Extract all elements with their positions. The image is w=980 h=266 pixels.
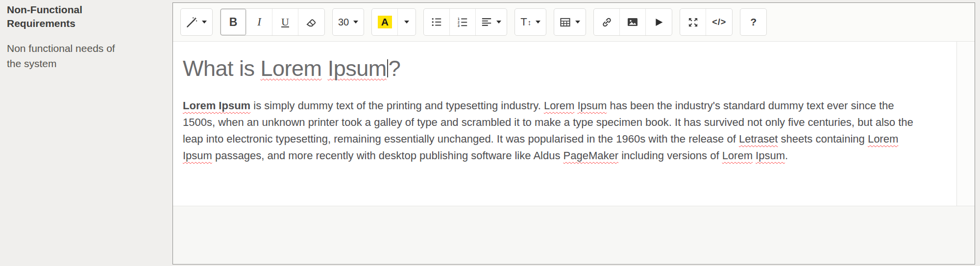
- table-grid-icon: [560, 17, 571, 28]
- chain-link-icon: [601, 17, 612, 28]
- expand-arrows-icon: [687, 17, 699, 28]
- chevron-down-icon: [202, 21, 207, 24]
- svg-text:2: 2: [458, 21, 460, 24]
- italic-button[interactable]: I: [246, 9, 272, 35]
- question-mark-icon: ?: [750, 16, 757, 28]
- text-segment: ?: [389, 56, 401, 81]
- vertical-scrollbar[interactable]: [956, 42, 975, 206]
- chevron-down-icon: [496, 21, 501, 24]
- insert-video-button[interactable]: [646, 9, 672, 35]
- text-segment: passages, and more recently with desktop…: [212, 149, 564, 162]
- text-segment: .: [785, 149, 788, 162]
- svg-text:1: 1: [458, 17, 460, 21]
- text-segment: Lorem: [544, 99, 574, 112]
- editor-statusbar-area: [173, 206, 975, 264]
- color-swatch-label: A: [378, 16, 392, 28]
- chevron-down-icon: [575, 21, 580, 24]
- color-dropdown-button[interactable]: [398, 9, 416, 35]
- text-segment: Lorem Ipsum: [183, 99, 250, 112]
- table-group: [554, 8, 586, 36]
- line-height-group: T↕: [514, 8, 546, 36]
- eraser-icon: [306, 17, 317, 28]
- alignment-button[interactable]: [476, 9, 507, 35]
- code-view-button[interactable]: </>: [706, 9, 732, 35]
- help-button[interactable]: ?: [740, 9, 766, 35]
- font-size-button[interactable]: 30: [333, 9, 364, 35]
- play-icon: [654, 17, 664, 27]
- text-segment: Ipsum: [756, 149, 785, 162]
- line-height-button[interactable]: T↕: [515, 9, 546, 35]
- list-ol-icon: 123: [457, 17, 468, 27]
- text-height-icon: T↕: [520, 16, 531, 28]
- view-group: </>: [680, 8, 733, 36]
- paragraph-style-button[interactable]: [181, 9, 212, 35]
- insert-image-button[interactable]: [620, 9, 646, 35]
- text-segment: PageMaker: [564, 149, 619, 162]
- editor-content-area[interactable]: What is Lorem Ipsum? Lorem Ipsum is simp…: [173, 42, 975, 206]
- text-segment: What is: [183, 56, 261, 81]
- text-segment: Ipsum: [577, 99, 607, 112]
- ordered-list-button[interactable]: 123: [450, 9, 476, 35]
- style-group: [180, 8, 213, 36]
- field-description: Non functional needs of the system: [7, 41, 129, 71]
- unordered-list-button[interactable]: [424, 9, 450, 35]
- color-group: A: [371, 8, 416, 36]
- align-left-icon: [481, 17, 492, 27]
- text-segment: sheets containing: [778, 133, 867, 145]
- text-segment: Ipsum: [328, 56, 387, 81]
- insert-link-button[interactable]: [594, 9, 620, 35]
- text-segment: including versions of: [618, 149, 722, 162]
- list-ul-icon: [431, 17, 442, 27]
- font-style-group: B I U: [220, 8, 325, 36]
- text-segment: is simply dummy text of the printing and…: [250, 99, 544, 112]
- bold-button[interactable]: B: [220, 9, 246, 35]
- svg-text:3: 3: [458, 24, 460, 27]
- document-paragraph: Lorem Ipsum is simply dummy text of the …: [183, 97, 920, 164]
- text-segment: Lorem: [722, 149, 753, 162]
- document-heading: What is Lorem Ipsum?: [183, 56, 947, 81]
- rich-text-editor: B I U 30 A: [172, 2, 975, 265]
- insert-table-button[interactable]: [554, 9, 586, 35]
- chevron-down-icon: [353, 21, 358, 24]
- field-info-panel: Non-Functional Requirements Non function…: [7, 3, 169, 71]
- text-segment: Letraset: [739, 133, 778, 145]
- magic-wand-icon: [186, 17, 197, 28]
- font-size-value: 30: [338, 17, 349, 28]
- fullscreen-button[interactable]: [680, 9, 706, 35]
- font-size-group: 30: [332, 8, 364, 36]
- field-label: Non-Functional Requirements: [7, 3, 112, 30]
- text-color-button[interactable]: A: [372, 9, 398, 35]
- editor-toolbar: B I U 30 A: [173, 3, 975, 42]
- picture-icon: [627, 16, 638, 28]
- paragraph-group: 123: [423, 8, 507, 36]
- underline-button[interactable]: U: [272, 9, 298, 35]
- code-icon: </>: [712, 17, 726, 27]
- text-segment: [322, 56, 328, 81]
- help-group: ?: [740, 8, 767, 36]
- text-cursor: [387, 59, 388, 77]
- chevron-down-icon: [536, 21, 540, 24]
- text-segment: Lorem: [261, 56, 322, 81]
- insert-group: [593, 8, 672, 36]
- clear-format-button[interactable]: [298, 9, 324, 35]
- chevron-down-icon: [404, 21, 409, 24]
